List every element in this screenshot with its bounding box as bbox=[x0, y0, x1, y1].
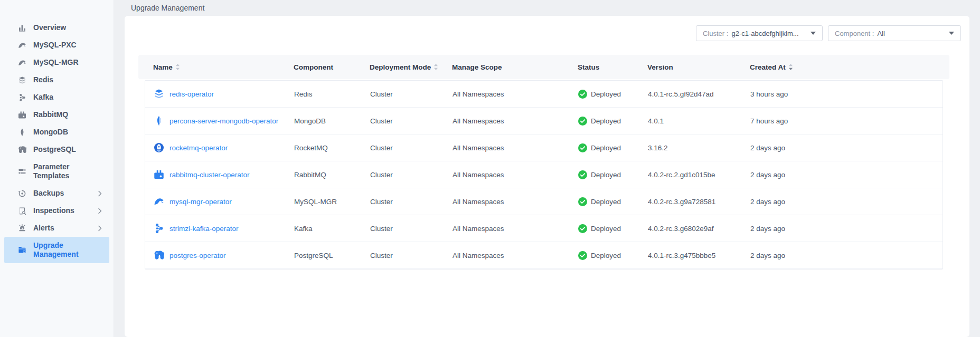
main-panel: Cluster : g2-c1-abcdefghijklm... Compone… bbox=[125, 16, 969, 337]
table-row: rocketmq-operator RocketMQ Cluster All N… bbox=[145, 134, 943, 161]
sidebar-item[interactable]: Backups bbox=[4, 185, 109, 202]
created-at-cell: 2 days ago bbox=[750, 198, 934, 206]
status-cell: Deployed bbox=[578, 251, 648, 260]
caret-down-icon bbox=[811, 32, 816, 35]
cluster-select[interactable]: Cluster : g2-c1-abcdefghijklm... bbox=[696, 25, 823, 41]
sort-carets-icon[interactable] bbox=[788, 63, 793, 71]
sidebar-item-label: Kafka bbox=[33, 93, 103, 102]
component-cell: PostgreSQL bbox=[294, 252, 370, 259]
component-select[interactable]: Component : All bbox=[828, 25, 961, 41]
table-column-header[interactable]: Component bbox=[294, 63, 370, 71]
operator-name-link[interactable]: strimzi-kafka-operator bbox=[169, 225, 239, 233]
operator-name-link[interactable]: mysql-mgr-operator bbox=[169, 198, 232, 206]
operator-name-link[interactable]: rocketmq-operator bbox=[169, 144, 228, 152]
sidebar-item[interactable]: MySQL-MGR bbox=[4, 54, 109, 71]
component-cell: RocketMQ bbox=[294, 144, 370, 152]
deployed-check-icon bbox=[578, 117, 587, 126]
mongodb-operator-icon bbox=[154, 115, 164, 126]
sidebar-item[interactable]: MongoDB bbox=[4, 123, 109, 141]
table-column-header[interactable]: Version bbox=[647, 63, 750, 71]
inspections-icon bbox=[18, 207, 26, 215]
manage-scope-cell: All Namespaces bbox=[453, 117, 578, 125]
version-cell: 4.0.2-rc.3.g6802e9af bbox=[648, 225, 750, 233]
mysql-icon bbox=[18, 59, 26, 67]
deployment-mode-cell: Cluster bbox=[370, 144, 453, 152]
operators-table: Name Component Deployment Mode bbox=[138, 55, 949, 269]
sidebar-item-label: Parameter Templates bbox=[33, 162, 103, 180]
redis-operator-icon bbox=[154, 89, 164, 99]
kafka-icon bbox=[18, 93, 26, 102]
sidebar-item-label: Backups bbox=[33, 189, 90, 198]
deployed-check-icon bbox=[578, 197, 587, 206]
operator-name-link[interactable]: percona-server-mongodb-operator bbox=[169, 117, 278, 125]
name-cell: rabbitmq-cluster-operator bbox=[154, 169, 294, 180]
operator-name-link[interactable]: redis-operator bbox=[169, 90, 214, 98]
deployment-mode-cell: Cluster bbox=[370, 225, 453, 233]
operator-name-link[interactable]: rabbitmq-cluster-operator bbox=[169, 171, 250, 179]
breadcrumb: Upgrade Management bbox=[127, 4, 204, 12]
sidebar-item[interactable]: MySQL-PXC bbox=[4, 36, 109, 54]
component-cell: MongoDB bbox=[294, 117, 370, 125]
manage-scope-cell: All Namespaces bbox=[453, 225, 578, 233]
table-column-header[interactable]: Created At bbox=[750, 63, 935, 71]
deployment-mode-cell: Cluster bbox=[370, 90, 453, 98]
sidebar-item[interactable]: Inspections bbox=[4, 202, 109, 219]
sidebar-item-label: Redis bbox=[33, 75, 103, 84]
sidebar-item-label: MySQL-MGR bbox=[33, 58, 103, 67]
sort-carets-icon[interactable] bbox=[434, 63, 438, 71]
backups-icon bbox=[18, 189, 26, 198]
table-row: postgres-operator PostgreSQL Cluster All… bbox=[145, 242, 943, 269]
version-cell: 4.0.1 bbox=[648, 117, 750, 125]
sidebar-item-label: Alerts bbox=[33, 224, 90, 233]
name-cell: postgres-operator bbox=[154, 250, 294, 261]
sidebar-item-label: PostgreSQL bbox=[33, 145, 103, 154]
upgrade-management-icon bbox=[18, 246, 26, 254]
manage-scope-cell: All Namespaces bbox=[453, 171, 578, 179]
sidebar-item[interactable]: Redis bbox=[4, 71, 109, 89]
sidebar-item-label: Upgrade Management bbox=[33, 241, 103, 259]
deployed-check-icon bbox=[578, 143, 587, 152]
table-body: redis-operator Redis Cluster All Namespa… bbox=[145, 80, 943, 269]
deployment-mode-cell: Cluster bbox=[370, 198, 453, 206]
table-column-header[interactable]: Deployment Mode bbox=[370, 63, 452, 71]
sidebar-item-label: RabbitMQ bbox=[33, 110, 103, 119]
status-cell: Deployed bbox=[578, 197, 648, 206]
name-cell: redis-operator bbox=[154, 89, 294, 99]
component-select-value: All bbox=[877, 30, 946, 37]
created-at-cell: 2 days ago bbox=[750, 252, 934, 259]
rabbitmq-icon bbox=[18, 111, 26, 119]
table-row: percona-server-mongodb-operator MongoDB … bbox=[145, 108, 943, 134]
table-column-header[interactable]: Status bbox=[578, 63, 647, 71]
component-select-label: Component : bbox=[835, 30, 874, 37]
sort-carets-icon[interactable] bbox=[175, 63, 180, 71]
operator-name-link[interactable]: postgres-operator bbox=[169, 252, 226, 259]
deployed-check-icon bbox=[578, 224, 587, 233]
kafka-operator-icon bbox=[154, 223, 164, 234]
status-cell: Deployed bbox=[578, 170, 648, 179]
table-row: strimzi-kafka-operator Kafka Cluster All… bbox=[145, 215, 943, 242]
mysql-operator-icon bbox=[154, 196, 164, 207]
table-column-header[interactable]: Name bbox=[153, 63, 294, 71]
sidebar-item[interactable]: Overview bbox=[4, 19, 109, 36]
redis-icon bbox=[18, 76, 26, 84]
parameter-templates-icon bbox=[18, 167, 26, 176]
status-label: Deployed bbox=[591, 225, 621, 233]
sidebar-item[interactable]: Parameter Templates bbox=[4, 158, 109, 185]
deployment-mode-cell: Cluster bbox=[370, 171, 453, 179]
rabbitmq-operator-icon bbox=[154, 169, 164, 180]
sidebar-item[interactable]: Kafka bbox=[4, 89, 109, 106]
filter-bar: Cluster : g2-c1-abcdefghijklm... Compone… bbox=[696, 25, 961, 41]
table-column-header[interactable]: Manage Scope bbox=[452, 63, 578, 71]
sidebar-item[interactable]: RabbitMQ bbox=[4, 106, 109, 123]
column-label: Name bbox=[153, 63, 173, 71]
sidebar-item[interactable]: Upgrade Management bbox=[4, 237, 109, 263]
manage-scope-cell: All Namespaces bbox=[453, 144, 578, 152]
table-row: mysql-mgr-operator MySQL-MGR Cluster All… bbox=[145, 188, 943, 215]
column-label: Component bbox=[294, 63, 333, 71]
sidebar-item[interactable]: Alerts bbox=[4, 219, 109, 237]
sidebar-item[interactable]: PostgreSQL bbox=[4, 141, 109, 158]
version-cell: 3.16.2 bbox=[648, 144, 750, 152]
overview-icon bbox=[18, 24, 26, 32]
chevron-right-icon bbox=[97, 225, 103, 232]
name-cell: rocketmq-operator bbox=[154, 142, 294, 153]
